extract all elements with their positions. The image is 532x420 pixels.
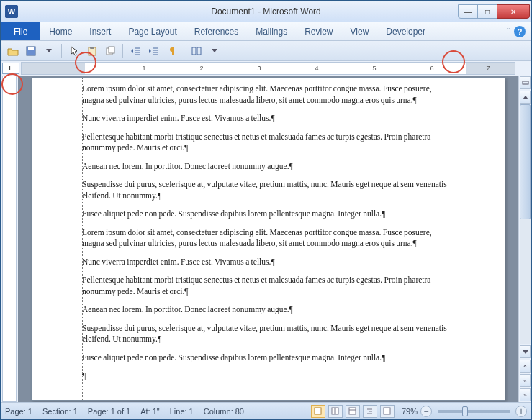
minimize-button[interactable]: — [458, 4, 478, 19]
svg-rect-8 [523, 81, 528, 84]
columns-icon[interactable] [189, 43, 204, 59]
status-bar: Page: 1 Section: 1 Page: 1 of 1 At: 1" L… [1, 402, 531, 419]
svg-rect-1 [28, 47, 34, 50]
para[interactable]: Fusce aliquet pede non pede. Suspendisse… [82, 209, 454, 220]
window-title: Document1 - Microsoft Word [1, 6, 531, 17]
tab-selector[interactable]: L [2, 63, 19, 74]
svg-rect-7 [197, 47, 201, 55]
vertical-ruler-column [1, 76, 18, 402]
status-column[interactable]: Column: 80 [204, 407, 244, 416]
quick-access-toolbar [1, 41, 531, 61]
svg-rect-12 [349, 408, 356, 414]
view-print-layout-icon[interactable] [311, 405, 325, 418]
svg-rect-13 [384, 408, 390, 414]
tab-home[interactable]: Home [40, 22, 81, 40]
help-icon[interactable]: ? [514, 26, 526, 37]
para[interactable]: ¶ [82, 370, 454, 382]
scroll-down-button[interactable] [520, 345, 531, 358]
svg-rect-5 [109, 47, 114, 53]
para[interactable]: Aenean nec lorem. In porttitor. Donec la… [82, 304, 454, 316]
ribbon-minimize-icon[interactable]: ˇ [507, 27, 510, 36]
scroll-up-button[interactable] [520, 91, 531, 104]
status-page[interactable]: Page: 1 [5, 407, 32, 416]
para[interactable]: Nunc viverra imperdiet enim. Fusce est. … [82, 113, 454, 124]
toolbar-dropdown-icon[interactable] [207, 43, 222, 59]
word-app-icon: W [5, 5, 18, 18]
view-draft-icon[interactable] [380, 405, 395, 418]
para[interactable]: Pellentesque habitant morbi tristique se… [82, 132, 454, 154]
save-icon[interactable] [23, 43, 39, 59]
tab-insert[interactable]: Insert [81, 22, 120, 40]
work-area: Lorem ipsum dolor sit amet, consectetuer… [1, 76, 531, 402]
vertical-scrollbar: ∘ « » [518, 76, 531, 402]
status-at[interactable]: At: 1" [140, 407, 160, 416]
copy-icon[interactable] [102, 43, 118, 59]
document-area: Lorem ipsum dolor sit amet, consectetuer… [18, 76, 518, 402]
zoom-thumb[interactable] [462, 406, 468, 416]
scroll-thumb[interactable] [520, 104, 531, 219]
paste-icon[interactable] [84, 43, 100, 59]
zoom-level[interactable]: 79% [402, 407, 418, 416]
view-web-layout-icon[interactable] [346, 405, 360, 418]
next-page-button[interactable]: » [520, 388, 531, 401]
tab-page-layout[interactable]: Page Layout [120, 22, 185, 40]
title-bar[interactable]: W Document1 - Microsoft Word — □ ✕ [1, 1, 531, 22]
file-tab[interactable]: File [1, 22, 40, 40]
para[interactable]: Aenean nec lorem. In porttitor. Donec la… [82, 161, 454, 173]
indent-decrease-icon[interactable] [127, 43, 143, 59]
status-line[interactable]: Line: 1 [170, 407, 194, 416]
prev-page-button[interactable]: « [520, 374, 531, 387]
tab-references[interactable]: References [186, 22, 247, 40]
svg-rect-11 [335, 408, 338, 414]
horizontal-ruler[interactable]: 1 2 3 4 5 6 7 [21, 62, 515, 75]
indent-increase-icon[interactable] [145, 43, 161, 59]
maximize-button[interactable]: □ [477, 4, 497, 19]
status-page-of[interactable]: Page: 1 of 1 [88, 407, 130, 416]
tab-developer[interactable]: Developer [377, 22, 434, 40]
svg-rect-6 [192, 47, 196, 55]
dropdown-icon[interactable] [41, 43, 57, 59]
zoom-in-button[interactable]: + [515, 406, 527, 417]
ribbon-tabs: File Home Insert Page Layout References … [1, 22, 531, 41]
app-window: W Document1 - Microsoft Word — □ ✕ File … [0, 0, 532, 420]
select-objects-icon[interactable] [66, 43, 82, 59]
open-icon[interactable] [5, 43, 21, 59]
scroll-track[interactable] [520, 104, 531, 344]
para[interactable]: Suspendisse dui purus, scelerisque at, v… [82, 179, 454, 201]
para[interactable]: Suspendisse dui purus, scelerisque at, v… [82, 323, 454, 345]
svg-rect-9 [315, 408, 321, 414]
para[interactable]: Fusce aliquet pede non pede. Suspendisse… [82, 352, 454, 364]
svg-rect-10 [332, 408, 335, 414]
para[interactable]: Lorem ipsum dolor sit amet, consectetuer… [82, 83, 454, 106]
zoom-out-button[interactable]: − [420, 406, 432, 417]
para[interactable]: Pellentesque habitant morbi tristique se… [82, 275, 454, 297]
para[interactable]: Nunc viverra imperdiet enim. Fusce est. … [82, 257, 454, 268]
zoom-slider[interactable] [438, 410, 510, 413]
view-outline-icon[interactable] [363, 405, 377, 418]
tab-review[interactable]: Review [296, 22, 341, 40]
ruler-toggle-icon[interactable] [520, 76, 531, 89]
ruler-row: L 1 2 3 4 5 6 7 [1, 61, 531, 76]
tab-view[interactable]: View [342, 22, 378, 40]
status-section[interactable]: Section: 1 [42, 407, 78, 416]
browse-object-icon[interactable]: ∘ [520, 360, 531, 373]
close-button[interactable]: ✕ [497, 4, 530, 19]
document-page[interactable]: Lorem ipsum dolor sit amet, consectetuer… [31, 77, 505, 401]
tab-mailings[interactable]: Mailings [247, 22, 296, 40]
paragraph-marks-icon[interactable] [163, 43, 179, 59]
para[interactable]: Lorem ipsum dolor sit amet, consectetuer… [82, 227, 454, 250]
vertical-ruler[interactable] [2, 76, 17, 402]
view-full-screen-icon[interactable] [328, 405, 343, 418]
svg-rect-3 [90, 47, 94, 49]
